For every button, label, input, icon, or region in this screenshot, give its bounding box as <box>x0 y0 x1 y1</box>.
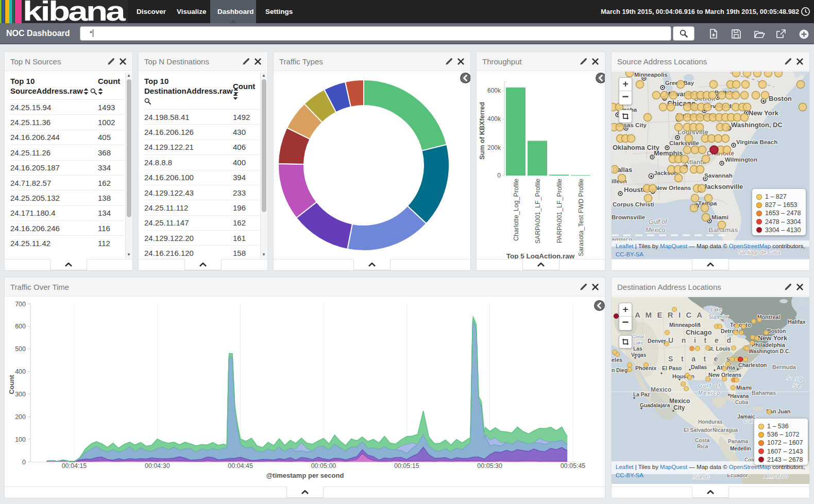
svg-text:00:05:30: 00:05:30 <box>477 462 502 470</box>
svg-text:0: 0 <box>497 172 501 179</box>
svg-text:Count: Count <box>8 375 15 394</box>
svg-text:200k: 200k <box>487 144 501 151</box>
svg-text:400k: 400k <box>487 115 501 123</box>
svg-text:Sarasota_Test FWD Profile: Sarasota_Test FWD Profile <box>578 179 585 256</box>
svg-text:Charlotte_Log_Profile: Charlotte_Log_Profile <box>513 179 520 241</box>
svg-text:600k: 600k <box>487 87 501 94</box>
svg-text:00:04:30: 00:04:30 <box>145 462 170 470</box>
svg-text:Top 5 LogAction.raw: Top 5 LogAction.raw <box>506 252 575 259</box>
svg-text:00:05:45: 00:05:45 <box>561 462 586 470</box>
svg-text:00:04:15: 00:04:15 <box>62 462 87 470</box>
svg-text:00:04:45: 00:04:45 <box>228 462 253 470</box>
svg-text:0: 0 <box>22 459 26 466</box>
svg-text:00:05:00: 00:05:00 <box>311 462 336 470</box>
svg-text:Sum of KBXferred: Sum of KBXferred <box>478 102 486 160</box>
svg-text:PARPA001_LF_Profile: PARPA001_LF_Profile <box>556 179 563 243</box>
svg-text:00:05:15: 00:05:15 <box>394 462 419 470</box>
svg-text:SARPA001_LF_Profile: SARPA001_LF_Profile <box>534 179 541 244</box>
svg-text:@timestamp per second: @timestamp per second <box>266 472 344 479</box>
